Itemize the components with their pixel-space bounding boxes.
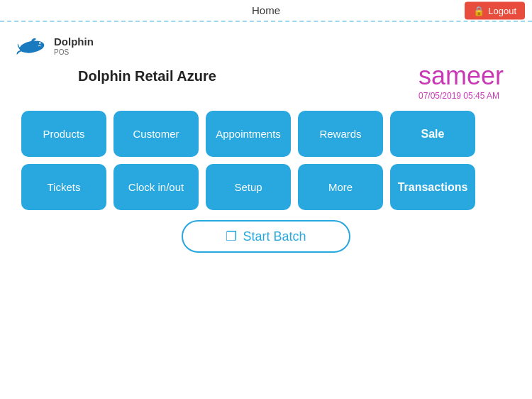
- external-link-icon: ❐: [226, 229, 237, 244]
- logout-button[interactable]: 🔒 Logout: [465, 1, 525, 19]
- products-button[interactable]: Products: [21, 111, 106, 157]
- button-grid: Products Customer Appointments Rewards S…: [14, 111, 518, 210]
- lock-icon: 🔒: [473, 5, 484, 16]
- rewards-button[interactable]: Rewards: [298, 111, 383, 157]
- clock-in-out-button[interactable]: Clock in/out: [113, 164, 199, 210]
- brand-sub: POS: [54, 48, 94, 57]
- start-batch-row: ❐ Start Batch: [14, 220, 518, 253]
- customer-button[interactable]: Customer: [113, 111, 199, 157]
- main-content: Dolphin POS Dolphin Retail Azure sameer …: [0, 22, 532, 260]
- navbar-title: Home: [252, 4, 280, 16]
- button-row-2: Tickets Clock in/out Setup More Transact…: [21, 164, 511, 210]
- brand-name: Dolphin: [54, 35, 94, 48]
- svg-point-2: [39, 42, 41, 44]
- logo-area: Dolphin POS: [14, 33, 94, 58]
- datetime: 07/05/2019 05:45 AM: [419, 91, 504, 101]
- dolphin-logo-icon: [14, 33, 50, 58]
- logout-label: Logout: [488, 5, 516, 16]
- app-title: Dolphin Retail Azure: [78, 68, 216, 84]
- more-button[interactable]: More: [298, 164, 383, 210]
- username: sameer: [419, 61, 504, 91]
- title-user-row: Dolphin Retail Azure sameer 07/05/2019 0…: [14, 61, 518, 101]
- button-row-1: Products Customer Appointments Rewards S…: [21, 111, 511, 157]
- logo-text: Dolphin POS: [54, 35, 94, 57]
- start-batch-button[interactable]: ❐ Start Batch: [182, 220, 350, 253]
- sale-button[interactable]: Sale: [390, 111, 475, 157]
- transactions-button[interactable]: Transactions: [390, 164, 475, 210]
- user-info: sameer 07/05/2019 05:45 AM: [419, 61, 504, 101]
- start-batch-label: Start Batch: [243, 229, 306, 244]
- appointments-button[interactable]: Appointments: [206, 111, 291, 157]
- tickets-button[interactable]: Tickets: [21, 164, 106, 210]
- navbar: Home 🔒 Logout: [0, 0, 532, 22]
- setup-button[interactable]: Setup: [206, 164, 291, 210]
